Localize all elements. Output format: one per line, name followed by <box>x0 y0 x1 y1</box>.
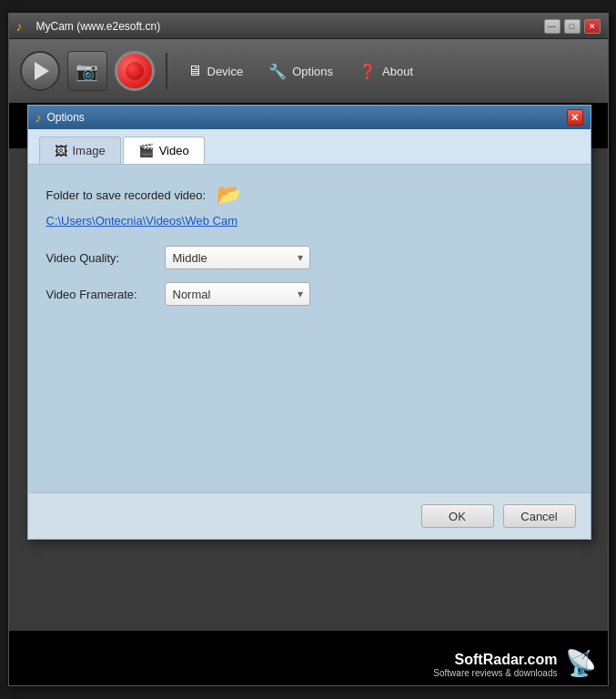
folder-icon[interactable]: 📂 <box>217 183 241 207</box>
satellite-icon: 📡 <box>565 648 597 678</box>
title-bar: ♪ MyCam (www.e2esoft.cn) — □ ✕ <box>9 14 608 39</box>
dialog-footer: OK Cancel <box>28 492 591 539</box>
video-framerate-select[interactable]: Low Normal High <box>165 282 310 306</box>
video-quality-row: Video Quality: Low Middle High <box>46 246 572 269</box>
play-button[interactable] <box>20 51 60 91</box>
bottom-area: SoftRadar.com Software reviews & downloa… <box>9 631 608 685</box>
about-icon: ❓ <box>358 63 377 80</box>
ok-button[interactable]: OK <box>421 504 494 528</box>
camera-button[interactable]: 📷 <box>67 51 107 91</box>
video-framerate-row: Video Framerate: Low Normal High <box>46 282 572 306</box>
folder-label: Folder to save recorded video: <box>46 188 207 202</box>
device-icon: 🖥 <box>187 63 202 79</box>
dialog-content: Folder to save recorded video: 📂 C:\User… <box>28 165 591 492</box>
watermark-brand: SoftRadar.com <box>433 652 557 668</box>
main-window: ♪ MyCam (www.e2esoft.cn) — □ ✕ 📷 🖥 D <box>8 13 609 686</box>
video-quality-select-wrapper: Low Middle High <box>165 246 310 269</box>
device-label: Device <box>207 65 244 78</box>
video-framerate-select-wrapper: Low Normal High <box>165 282 310 306</box>
folder-row: Folder to save recorded video: 📂 <box>46 183 572 207</box>
dialog-icon: ♪ <box>35 110 42 125</box>
close-button[interactable]: ✕ <box>584 19 601 34</box>
play-icon <box>35 62 49 80</box>
video-quality-select[interactable]: Low Middle High <box>165 246 310 269</box>
maximize-button[interactable]: □ <box>564 19 581 34</box>
video-framerate-label: Video Framerate: <box>46 288 165 301</box>
watermark-sub: Software reviews & downloads <box>433 668 557 678</box>
window-controls: — □ ✕ <box>544 19 601 34</box>
cancel-button[interactable]: Cancel <box>503 504 576 528</box>
toolbar-separator <box>166 53 167 89</box>
options-label: Options <box>292 65 333 78</box>
toolbar: 📷 🖥 Device 🔧 Options ❓ About <box>9 39 608 103</box>
dialog-title: Options <box>47 111 567 124</box>
camera-icon: 📷 <box>76 60 98 82</box>
minimize-button[interactable]: — <box>544 19 560 34</box>
record-icon <box>126 62 144 80</box>
dialog-titlebar: ♪ Options ✕ <box>28 106 591 129</box>
record-button[interactable] <box>115 51 155 91</box>
tab-image[interactable]: 🖼 Image <box>39 137 121 164</box>
about-menu-button[interactable]: ❓ About <box>349 57 422 86</box>
app-icon: ♪ <box>16 19 31 34</box>
device-menu-button[interactable]: 🖥 Device <box>178 57 253 85</box>
app-title: MyCam (www.e2esoft.cn) <box>36 20 544 33</box>
tab-video[interactable]: 🎬 Video <box>123 137 205 164</box>
image-tab-icon: 🖼 <box>55 144 67 158</box>
options-menu-button[interactable]: 🔧 Options <box>259 57 342 86</box>
watermark: SoftRadar.com Software reviews & downloa… <box>433 652 557 678</box>
image-tab-label: Image <box>73 144 106 157</box>
folder-path[interactable]: C:\Users\Ontecnia\Videos\Web Cam <box>46 214 572 228</box>
dialog-close-button[interactable]: ✕ <box>567 109 583 126</box>
video-quality-label: Video Quality: <box>46 251 165 265</box>
options-dialog: ♪ Options ✕ 🖼 Image 🎬 Video Folder to sa… <box>27 105 591 540</box>
about-label: About <box>382 65 413 78</box>
tab-bar: 🖼 Image 🎬 Video <box>28 129 591 165</box>
video-tab-icon: 🎬 <box>138 143 154 157</box>
video-tab-label: Video <box>159 144 189 157</box>
options-icon: 🔧 <box>268 63 287 80</box>
